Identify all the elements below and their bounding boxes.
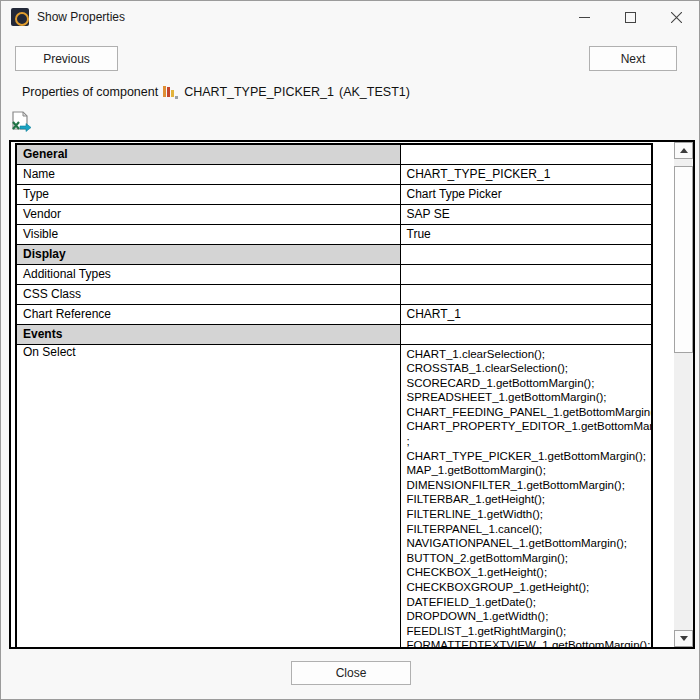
maximize-button[interactable] <box>607 1 653 33</box>
scroll-up-button[interactable] <box>674 142 693 159</box>
property-value <box>400 264 652 284</box>
properties-table: GeneralNameCHART_TYPE_PICKER_1TypeChart … <box>15 143 653 649</box>
export-to-excel-icon[interactable] <box>9 110 33 134</box>
property-value: CHART_1 <box>400 304 652 324</box>
property-row: VendorSAP SE <box>16 204 652 224</box>
properties-table-body: GeneralNameCHART_TYPE_PICKER_1TypeChart … <box>16 144 652 649</box>
property-value <box>400 244 652 264</box>
maximize-icon <box>625 12 636 23</box>
previous-button[interactable]: Previous <box>15 46 118 71</box>
property-label: Chart Reference <box>16 304 400 324</box>
component-name: CHART_TYPE_PICKER_1 <box>184 85 334 99</box>
next-button[interactable]: Next <box>589 46 677 71</box>
property-row: Additional Types <box>16 264 652 284</box>
property-value: CHART_1.clearSelection(); CROSSTAB_1.cle… <box>400 344 652 649</box>
property-label: Name <box>16 164 400 184</box>
property-label: Visible <box>16 224 400 244</box>
section-row: General <box>16 144 652 164</box>
property-row: Chart ReferenceCHART_1 <box>16 304 652 324</box>
scroll-down-button[interactable] <box>674 630 693 647</box>
property-row: TypeChart Type Picker <box>16 184 652 204</box>
section-row: Display <box>16 244 652 264</box>
property-label: CSS Class <box>16 284 400 304</box>
on-select-script: CHART_1.clearSelection(); CROSSTAB_1.cle… <box>407 345 646 650</box>
vertical-scrollbar[interactable] <box>674 142 693 647</box>
window-titlebar: Show Properties <box>1 1 699 33</box>
property-value <box>400 324 652 344</box>
window-title: Show Properties <box>37 10 125 24</box>
property-value: CHART_TYPE_PICKER_1 <box>400 164 652 184</box>
property-value <box>400 144 652 164</box>
window-controls <box>561 1 699 33</box>
minimize-icon <box>579 12 590 23</box>
property-row: CSS Class <box>16 284 652 304</box>
show-properties-dialog: Show Properties Previous Next Propertie <box>0 0 700 700</box>
property-label: On Select <box>16 344 400 649</box>
header-prefix: Properties of component <box>22 85 158 99</box>
property-label: Display <box>16 244 400 264</box>
triangle-up-icon <box>680 148 688 153</box>
properties-panel: GeneralNameCHART_TYPE_PICKER_1TypeChart … <box>9 140 695 649</box>
property-value: Chart Type Picker <box>400 184 652 204</box>
property-value <box>400 284 652 304</box>
property-row: NameCHART_TYPE_PICKER_1 <box>16 164 652 184</box>
minimize-button[interactable] <box>561 1 607 33</box>
property-value: True <box>400 224 652 244</box>
scrollbar-thumb[interactable] <box>674 166 693 353</box>
property-row: On SelectCHART_1.clearSelection(); CROSS… <box>16 344 652 649</box>
property-label: Additional Types <box>16 264 400 284</box>
property-label: Vendor <box>16 204 400 224</box>
property-label: General <box>16 144 400 164</box>
property-row: VisibleTrue <box>16 224 652 244</box>
component-header: Properties of component CHART_TYPE_PICKE… <box>22 85 410 99</box>
section-row: Events <box>16 324 652 344</box>
bar-chart-icon <box>163 85 179 99</box>
property-label: Type <box>16 184 400 204</box>
component-context: (AK_TEST1) <box>339 85 410 99</box>
app-logo-icon <box>11 8 29 26</box>
triangle-down-icon <box>680 636 688 641</box>
close-button[interactable] <box>653 1 699 33</box>
property-label: Events <box>16 324 400 344</box>
close-icon <box>671 12 682 23</box>
close-dialog-button[interactable]: Close <box>291 661 411 685</box>
property-value: SAP SE <box>400 204 652 224</box>
